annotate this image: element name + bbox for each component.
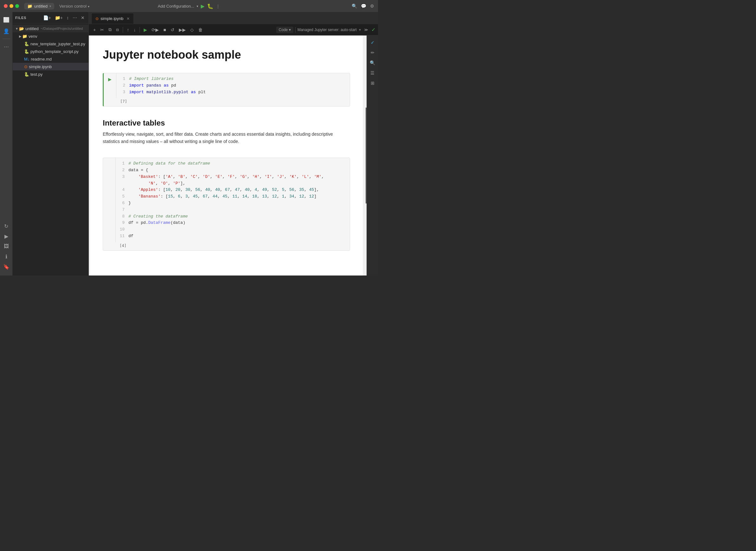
folder-icon: 📁 bbox=[22, 34, 27, 39]
right-sidebar: ✓ ✏ 🔍 ☰ ⊞ bbox=[367, 35, 378, 276]
activity-bookmark[interactable]: 🔖 bbox=[1, 261, 11, 272]
more-icon[interactable]: ⋯ bbox=[71, 15, 78, 21]
close-icon[interactable]: ✕ bbox=[80, 15, 86, 21]
code-line: 9 df = pd.DataFrame(data) bbox=[119, 220, 346, 226]
chevron-icon: ▾ bbox=[359, 28, 361, 32]
version-control-button[interactable]: Version control ▾ bbox=[59, 4, 89, 9]
cell-type-selector[interactable]: Code ▾ bbox=[276, 27, 293, 33]
minimize-button[interactable] bbox=[10, 4, 13, 8]
ipynb-tab-icon: ⊙ bbox=[95, 16, 99, 21]
sidebar-title: Files bbox=[15, 16, 26, 20]
expand-arrow: ▶ bbox=[19, 35, 22, 38]
project-selector[interactable]: 📁 untitled ▾ bbox=[24, 3, 54, 10]
code-line: 6 } bbox=[119, 200, 346, 207]
cell-output: [7] bbox=[104, 98, 350, 106]
tab-label: simple.ipynb bbox=[100, 16, 123, 21]
root-name: untitled bbox=[25, 26, 39, 31]
tree-item-test-py[interactable]: 🐍 test.py bbox=[13, 70, 88, 78]
debug-icon[interactable]: 🐛 bbox=[207, 3, 214, 9]
clear-button[interactable]: ◇ bbox=[188, 26, 196, 33]
rs-list-icon[interactable]: ☰ bbox=[368, 68, 377, 77]
code-line: 1 # Defining data for the dataframe bbox=[119, 160, 346, 167]
rs-search-icon[interactable]: 🔍 bbox=[368, 58, 377, 67]
close-button[interactable] bbox=[4, 4, 8, 8]
notebook-toolbar: + ✂ ⧉ ⧈ ↑ ↓ ▶ ⟳▶ ■ ↺ ▶▶ ◇ 🗑 Code ▾ Manag… bbox=[89, 24, 378, 35]
cell-code[interactable]: 1 # Defining data for the dataframe 2 da… bbox=[116, 158, 350, 242]
run-config[interactable]: Add Configuration... ▾ ▶ 🐛 ⋮ bbox=[158, 3, 221, 9]
code-line: 5 'Bananas': [15, 6, 3, 45, 67, 44, 45, … bbox=[119, 193, 346, 200]
activity-plugins[interactable]: ↻ bbox=[1, 221, 11, 231]
tab-simple-ipynb[interactable]: ⊙ simple.ipynb ✕ bbox=[91, 13, 134, 24]
tree-label: python_template_script.py bbox=[30, 49, 79, 54]
rs-table-icon[interactable]: ⊞ bbox=[368, 79, 377, 87]
md-icon: M↓ bbox=[24, 57, 29, 61]
main-layout: ⬜ 👤 ⋯ ↻ ▶ 🖼 ℹ 🔖 Files 📄+ 📁+ ↕ ⋯ ✕ ▼ bbox=[0, 12, 378, 276]
activity-more[interactable]: ⋯ bbox=[1, 42, 11, 52]
new-file-icon[interactable]: 📄+ bbox=[42, 15, 52, 21]
tree-item-simple-ipynb[interactable]: ⊙ simple.ipynb bbox=[13, 63, 88, 70]
collapse-icon[interactable]: ↕ bbox=[65, 15, 70, 21]
activity-bar: ⬜ 👤 ⋯ ↻ ▶ 🖼 ℹ 🔖 bbox=[0, 12, 13, 276]
run-all-cells-button[interactable]: ▶▶ bbox=[177, 26, 188, 33]
code-line: 1 # Import libraries bbox=[120, 76, 346, 82]
run-icon[interactable]: ▶ bbox=[201, 3, 205, 9]
root-path: ~/DataspellProjects/untitled bbox=[41, 27, 83, 30]
move-down-button[interactable]: ↓ bbox=[131, 26, 138, 33]
cut-button[interactable]: ✂ bbox=[98, 26, 106, 33]
run-cell-button[interactable]: ▶ bbox=[107, 76, 113, 83]
tab-close-button[interactable]: ✕ bbox=[126, 16, 130, 21]
paste-button[interactable]: ⧈ bbox=[114, 26, 121, 33]
delete-button[interactable]: 🗑 bbox=[196, 26, 205, 33]
code-cell-imports[interactable]: ▶ 1 # Import libraries 2 import pandas a… bbox=[103, 73, 350, 106]
run-all-button[interactable]: ⟳▶ bbox=[150, 26, 161, 33]
chevron-down-icon: ▾ bbox=[197, 4, 198, 8]
code-line: 3 import matplotlib.pyplot as plt bbox=[120, 89, 346, 96]
add-config-label: Add Configuration... bbox=[158, 4, 195, 9]
py-icon: 🐍 bbox=[24, 72, 29, 77]
activity-search[interactable]: 👤 bbox=[1, 26, 11, 36]
rs-check-icon[interactable]: ✓ bbox=[368, 38, 377, 47]
more-icon[interactable]: ⋮ bbox=[216, 4, 220, 9]
tree-item-root[interactable]: ▼ 📂 untitled ~/DataspellProjects/untitle… bbox=[13, 25, 88, 32]
new-folder-icon[interactable]: 📁+ bbox=[54, 15, 64, 21]
add-cell-button[interactable]: + bbox=[91, 26, 98, 33]
cell-code[interactable]: 1 # Import libraries 2 import pandas as … bbox=[116, 73, 350, 98]
tree-item-new-template[interactable]: 🐍 new_template_jupyter_test.py bbox=[13, 40, 88, 48]
maximize-button[interactable] bbox=[15, 4, 19, 8]
activity-run[interactable]: ▶ bbox=[1, 231, 11, 241]
move-up-button[interactable]: ↑ bbox=[125, 26, 131, 33]
expand-icon[interactable]: ≫ bbox=[364, 28, 368, 32]
section-body: Effortlessly view, navigate, sort, and f… bbox=[103, 131, 350, 145]
code-line: 7 bbox=[119, 207, 346, 213]
ipynb-icon: ⊙ bbox=[24, 64, 28, 69]
separator bbox=[295, 27, 296, 33]
copy-button[interactable]: ⧉ bbox=[106, 26, 113, 33]
search-icon[interactable]: 🔍 bbox=[352, 3, 357, 9]
server-selector[interactable]: Managed Jupyter server: auto-start ▾ bbox=[298, 28, 361, 32]
tree-label: new_template_jupyter_test.py bbox=[30, 42, 85, 46]
chevron-icon: ▾ bbox=[289, 28, 291, 32]
activity-info[interactable]: ℹ bbox=[1, 251, 11, 261]
code-cell-dataframe[interactable]: 1 # Defining data for the dataframe 2 da… bbox=[103, 157, 350, 251]
code-line: 11 df bbox=[119, 233, 346, 240]
stop-button[interactable]: ■ bbox=[161, 26, 168, 33]
activity-image[interactable]: 🖼 bbox=[1, 241, 11, 251]
restart-button[interactable]: ↺ bbox=[169, 26, 176, 33]
scrollbar[interactable] bbox=[363, 35, 367, 276]
tree-label: readme.md bbox=[31, 57, 52, 61]
rs-edit-icon[interactable]: ✏ bbox=[368, 48, 377, 57]
tree-item-python-template[interactable]: 🐍 python_template_script.py bbox=[13, 48, 88, 55]
code-line: 10 bbox=[119, 226, 346, 233]
share-icon[interactable]: 💬 bbox=[361, 3, 366, 9]
md-cell-title: Jupyter notebook sample bbox=[103, 42, 350, 70]
chevron-down-icon: ▾ bbox=[49, 4, 51, 8]
tree-item-venv[interactable]: ▶ 📁 venv bbox=[13, 32, 88, 40]
settings-icon[interactable]: ⚙ bbox=[370, 3, 374, 9]
activity-files[interactable]: ⬜ bbox=[1, 15, 11, 25]
tree-item-readme[interactable]: M↓ readme.md bbox=[13, 55, 88, 63]
code-line: 2 import pandas as pd bbox=[120, 82, 346, 89]
md-cell-interactive: Interactive tables Effortlessly view, na… bbox=[103, 109, 350, 150]
code-line: 'N', 'O', 'P'], bbox=[119, 180, 346, 187]
code-line: 4 'Apples': [10, 20, 30, 56, 40, 40, 67,… bbox=[119, 187, 346, 193]
run-button[interactable]: ▶ bbox=[142, 26, 149, 33]
